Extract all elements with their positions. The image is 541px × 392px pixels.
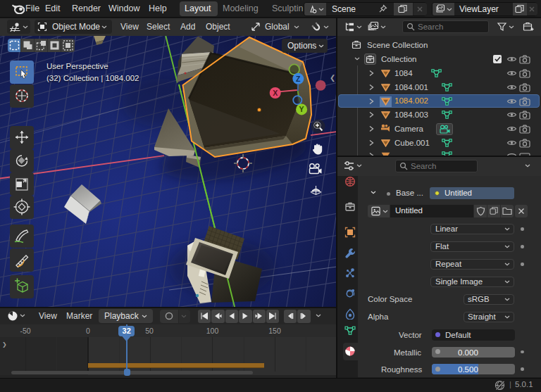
svg-text:Z: Z [296,75,301,83]
svg-text:Y: Y [299,105,304,113]
svg-text:X: X [273,89,278,97]
